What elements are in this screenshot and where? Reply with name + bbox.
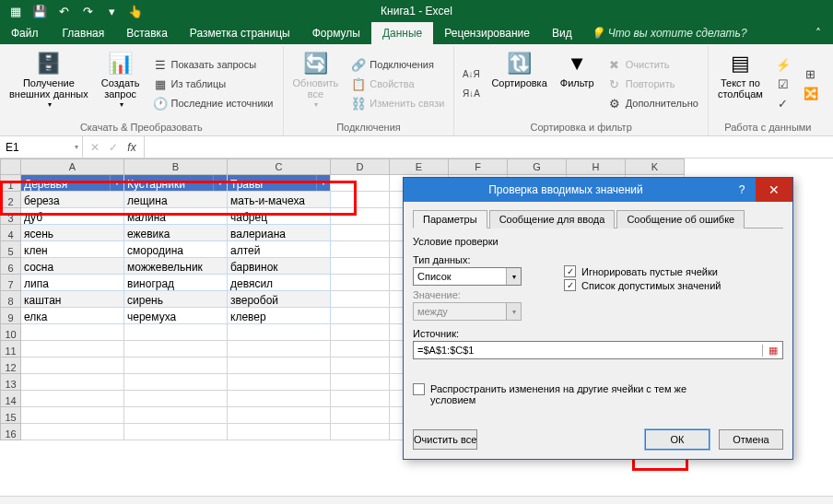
row-header[interactable]: 2 [1, 192, 21, 208]
cell[interactable]: мать-и-мачеха [228, 192, 331, 208]
cell[interactable]: чабрец [228, 208, 331, 225]
cell[interactable] [21, 324, 124, 341]
cell[interactable] [124, 407, 228, 424]
cell[interactable]: черемуха [124, 308, 228, 324]
tab-home[interactable]: Главная [52, 22, 116, 44]
col-header[interactable]: C [228, 159, 331, 175]
cell[interactable]: можжевельник [124, 258, 228, 275]
cell[interactable] [124, 391, 228, 407]
row-header[interactable]: 5 [1, 241, 21, 258]
cell[interactable] [228, 424, 331, 440]
cell[interactable] [331, 192, 390, 208]
cell[interactable]: клен [21, 241, 124, 258]
cell[interactable]: елка [21, 308, 124, 324]
tell-me[interactable]: 💡 Что вы хотите сделать? [591, 22, 747, 44]
cell[interactable] [228, 357, 331, 374]
select-all-button[interactable] [1, 159, 21, 175]
new-query-button[interactable]: 📊 Создать запрос ▾ [98, 48, 144, 120]
cell[interactable] [331, 241, 390, 258]
tab-review[interactable]: Рецензирование [433, 22, 541, 44]
cell[interactable] [331, 357, 390, 374]
row-header[interactable]: 15 [1, 407, 21, 424]
cell[interactable] [331, 258, 390, 275]
col-header[interactable]: D [331, 159, 390, 175]
row-header[interactable]: 16 [1, 424, 21, 440]
tab-input-message[interactable]: Сообщение для ввода [489, 210, 616, 229]
cell[interactable] [124, 374, 228, 391]
cell[interactable]: смородина [124, 241, 228, 258]
data-validation-button[interactable]: ✓ [772, 94, 794, 112]
type-combobox[interactable]: Список ▾ [413, 267, 522, 286]
cell[interactable]: девясил [228, 275, 331, 291]
cell[interactable] [228, 374, 331, 391]
name-box[interactable]: E1 [0, 136, 83, 158]
row-header[interactable]: 11 [1, 341, 21, 357]
sort-desc-button[interactable]: Я↓А [460, 85, 482, 103]
tab-view[interactable]: Вид [541, 22, 583, 44]
row-header[interactable]: 14 [1, 391, 21, 407]
filter-dropdown-button[interactable]: ▾ [213, 175, 227, 191]
cell[interactable] [228, 391, 331, 407]
cell[interactable] [228, 341, 331, 357]
cell[interactable] [331, 391, 390, 407]
tab-error-alert[interactable]: Сообщение об ошибке [616, 210, 745, 229]
confirm-edit-button[interactable]: ✓ [105, 141, 122, 154]
row-header[interactable]: 4 [1, 225, 21, 241]
row-header[interactable]: 12 [1, 357, 21, 374]
col-header[interactable]: F [449, 159, 508, 175]
col-header[interactable]: K [626, 159, 685, 175]
cell[interactable]: алтей [228, 241, 331, 258]
close-button[interactable]: ✕ [756, 178, 792, 202]
cell[interactable]: береза [21, 192, 124, 208]
cell[interactable] [228, 407, 331, 424]
source-input[interactable]: =$A$1:$C$1 ▦ [413, 341, 783, 359]
help-button[interactable]: ? [728, 183, 756, 196]
tab-insert[interactable]: Вставка [115, 22, 179, 44]
sort-asc-button[interactable]: А↓Я [460, 65, 482, 84]
row-header[interactable]: 8 [1, 291, 21, 308]
cell[interactable]: валериана [228, 225, 331, 241]
cell[interactable] [331, 407, 390, 424]
range-picker-button[interactable]: ▦ [762, 345, 782, 357]
filter-dropdown-button[interactable]: ▾ [316, 175, 330, 191]
cell[interactable] [228, 324, 331, 341]
cell[interactable]: лещина [124, 192, 228, 208]
save-button[interactable]: 💾 [29, 1, 50, 21]
ok-button[interactable]: ОК [645, 429, 710, 450]
ignore-blank-checkbox[interactable]: ✓Игнорировать пустые ячейки [564, 265, 783, 277]
cell[interactable]: Травы▾ [228, 175, 331, 192]
cell[interactable] [21, 407, 124, 424]
cell[interactable] [331, 175, 390, 192]
tab-params[interactable]: Параметры [413, 210, 487, 229]
cell[interactable]: сирень [124, 291, 228, 308]
tab-file[interactable]: Файл [0, 22, 52, 44]
sort-button[interactable]: 🔃 Сортировка [487, 48, 550, 120]
cell[interactable] [21, 424, 124, 440]
cell[interactable] [21, 341, 124, 357]
cell[interactable] [21, 374, 124, 391]
cell[interactable]: ясень [21, 225, 124, 241]
filter-button[interactable]: ▼ Фильтр [557, 48, 598, 120]
connections-button[interactable]: 🔗Подключения [347, 55, 448, 74]
refresh-all-button[interactable]: 🔄 Обновить все ▾ [289, 48, 343, 120]
consolidate-button[interactable]: ⊞ [800, 65, 822, 84]
cell[interactable] [331, 208, 390, 225]
cell[interactable]: сосна [21, 258, 124, 275]
remove-dup-button[interactable]: ☑ [772, 75, 794, 93]
cell[interactable] [331, 308, 390, 324]
cell[interactable]: зверобой [228, 291, 331, 308]
col-header[interactable]: E [390, 159, 449, 175]
cell[interactable] [331, 374, 390, 391]
col-header[interactable]: B [124, 159, 228, 175]
cell[interactable]: липа [21, 275, 124, 291]
cell[interactable]: ежевика [124, 225, 228, 241]
formula-input[interactable] [145, 136, 833, 158]
cancel-edit-button[interactable]: ✕ [87, 141, 103, 154]
cell[interactable] [124, 324, 228, 341]
cell[interactable] [331, 225, 390, 241]
edit-links-button[interactable]: ⛓️Изменить связи [347, 94, 448, 112]
undo-button[interactable]: ↶ [53, 1, 74, 21]
cell[interactable] [331, 424, 390, 440]
flash-fill-button[interactable]: ⚡ [772, 55, 794, 74]
advanced-filter-button[interactable]: ⚙Дополнительно [604, 94, 702, 112]
